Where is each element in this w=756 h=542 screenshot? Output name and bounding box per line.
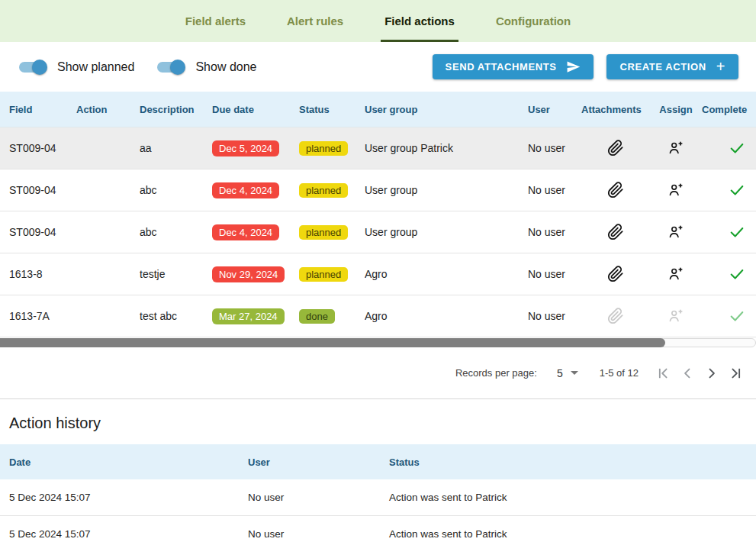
tab-alert-rules[interactable]: Alert rules xyxy=(283,0,347,42)
cell-user: No user xyxy=(528,142,581,154)
complete-button[interactable] xyxy=(702,308,747,324)
col-date: Date xyxy=(9,457,248,468)
cell-due-date: Dec 5, 2024 xyxy=(212,140,299,156)
col-assign: Assign xyxy=(650,104,702,115)
cell-status: done xyxy=(299,309,365,324)
paperclip-icon xyxy=(607,140,624,156)
cell-date: 5 Dec 2024 15:07 xyxy=(9,492,248,503)
col-status: Status xyxy=(299,104,365,115)
toggle-label: Show done xyxy=(195,60,256,74)
status-badge: done xyxy=(299,309,335,324)
cell-due-date: Nov 29, 2024 xyxy=(212,266,299,282)
table-row[interactable]: ST009-04 aa Dec 5, 2024 planned User gro… xyxy=(0,127,756,169)
cell-field: ST009-04 xyxy=(9,226,76,238)
cell-due-date: Mar 27, 2024 xyxy=(212,308,299,324)
toggle-switch[interactable] xyxy=(157,60,185,75)
toggle-show-planned[interactable]: Show planned xyxy=(19,60,134,75)
tab-field-actions[interactable]: Field actions xyxy=(381,0,458,42)
toggle-switch[interactable] xyxy=(19,60,47,75)
history-row: 5 Dec 2024 15:07 No user Action was sent… xyxy=(0,516,756,542)
table-row[interactable]: ST009-04 abc Dec 4, 2024 planned User gr… xyxy=(0,211,756,253)
status-badge: planned xyxy=(299,141,348,156)
page-range-label: 1-5 of 12 xyxy=(600,367,639,379)
tab-configuration[interactable]: Configuration xyxy=(492,0,574,42)
col-attachments: Attachments xyxy=(581,104,650,115)
complete-button[interactable] xyxy=(702,140,747,156)
cell-user-group: Agro xyxy=(365,310,528,322)
cell-description: testje xyxy=(140,268,212,280)
person-add-icon xyxy=(668,224,684,240)
page-size-select[interactable]: 5 xyxy=(557,367,578,379)
toolbar-buttons: SEND ATTACHMENTS CREATE ACTION + xyxy=(433,54,738,79)
cell-status: planned xyxy=(299,183,365,198)
cell-status: Action was sent to Patrick xyxy=(389,492,747,503)
cell-due-date: Dec 4, 2024 xyxy=(212,182,299,198)
person-add-icon xyxy=(668,182,684,198)
cell-user-group: User group xyxy=(365,226,528,238)
status-badge: planned xyxy=(299,225,348,240)
scrollbar-thumb[interactable] xyxy=(0,338,665,347)
cell-due-date: Dec 4, 2024 xyxy=(212,224,299,240)
action-history-title: Action history xyxy=(0,399,756,444)
due-date-badge: Dec 4, 2024 xyxy=(212,224,279,240)
pager-controls xyxy=(655,366,744,381)
complete-button[interactable] xyxy=(702,224,747,240)
horizontal-scrollbar xyxy=(0,338,756,347)
tab-label: Alert rules xyxy=(287,15,343,27)
complete-button[interactable] xyxy=(702,182,747,198)
attachments-button[interactable] xyxy=(581,224,650,240)
status-badge: planned xyxy=(299,183,348,198)
check-icon xyxy=(729,308,745,324)
cell-status: planned xyxy=(299,141,365,156)
due-date-badge: Nov 29, 2024 xyxy=(212,266,285,282)
send-attachments-label: SEND ATTACHMENTS xyxy=(446,61,557,73)
paperclip-icon xyxy=(607,224,624,240)
cell-user: No user xyxy=(248,528,389,540)
last-page-icon xyxy=(729,366,744,381)
status-badge: planned xyxy=(299,267,348,282)
cell-user-group: User group xyxy=(365,184,528,196)
complete-button[interactable] xyxy=(702,266,747,282)
records-per-page-label: Records per page: xyxy=(455,367,537,379)
attachments-button[interactable] xyxy=(581,266,650,282)
attachments-button[interactable] xyxy=(581,182,650,198)
col-status: Status xyxy=(389,457,747,468)
assign-button[interactable] xyxy=(650,266,702,282)
attachments-button[interactable] xyxy=(581,308,650,324)
last-page-button[interactable] xyxy=(729,366,744,381)
assign-button[interactable] xyxy=(650,308,702,324)
history-row: 5 Dec 2024 15:07 No user Action was sent… xyxy=(0,479,756,516)
previous-page-button[interactable] xyxy=(680,366,695,381)
toggle-show-done[interactable]: Show done xyxy=(157,60,256,75)
cell-date: 5 Dec 2024 15:07 xyxy=(9,528,248,540)
col-action: Action xyxy=(76,104,140,115)
table-row[interactable]: ST009-04 abc Dec 4, 2024 planned User gr… xyxy=(0,169,756,211)
assign-button[interactable] xyxy=(650,224,702,240)
cell-description: test abc xyxy=(140,310,212,322)
cell-user-group: Agro xyxy=(365,268,528,280)
actions-table-body: ST009-04 aa Dec 5, 2024 planned User gro… xyxy=(0,127,756,337)
table-row[interactable]: 1613-7A test abc Mar 27, 2024 done Agro … xyxy=(0,295,756,337)
cell-field: 1613-8 xyxy=(9,268,76,280)
cell-user: No user xyxy=(528,268,581,280)
create-action-button[interactable]: CREATE ACTION + xyxy=(606,54,738,79)
due-date-badge: Mar 27, 2024 xyxy=(212,308,285,324)
toggle-thumb xyxy=(170,60,185,75)
toggle-label: Show planned xyxy=(57,60,134,74)
table-row[interactable]: 1613-8 testje Nov 29, 2024 planned Agro … xyxy=(0,253,756,295)
first-page-button[interactable] xyxy=(655,366,671,381)
cell-user-group: User group Patrick xyxy=(365,142,528,154)
assign-button[interactable] xyxy=(650,140,702,156)
send-attachments-button[interactable]: SEND ATTACHMENTS xyxy=(433,54,594,79)
col-description: Description xyxy=(140,104,212,115)
cell-user: No user xyxy=(528,310,581,322)
first-page-icon xyxy=(655,366,671,381)
cell-field: 1613-7A xyxy=(9,310,76,322)
assign-button[interactable] xyxy=(650,182,702,198)
chevron-right-icon xyxy=(704,366,719,381)
tab-field-alerts[interactable]: Field alerts xyxy=(182,0,249,42)
attachments-button[interactable] xyxy=(581,140,650,156)
cell-status: planned xyxy=(299,225,365,240)
next-page-button[interactable] xyxy=(704,366,719,381)
history-table-body: 5 Dec 2024 15:07 No user Action was sent… xyxy=(0,479,756,542)
